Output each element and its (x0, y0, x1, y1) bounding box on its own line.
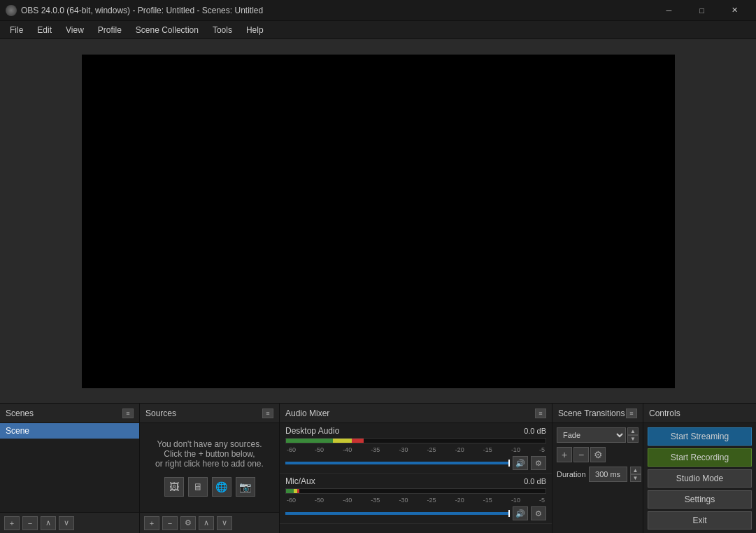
scenes-panel-header: Scenes ≡ (0, 404, 139, 423)
transition-spin-buttons: ▲ ▼ (627, 427, 639, 443)
desktop-audio-channel: Desktop Audio 0.0 dB -60 -50 -40 -35 -30… (280, 423, 552, 474)
menu-edit[interactable]: Edit (30, 22, 59, 38)
bottom-panels: Scenes ≡ Scene + − ∧ ∨ Sources ≡ You don… (0, 403, 756, 533)
sources-panel-title: Sources (145, 408, 176, 418)
display-source-icon: 🖥 (188, 477, 208, 497)
scene-transitions-title: Scene Transitions (558, 408, 625, 418)
mic-aux-db: 0.0 dB (524, 477, 546, 485)
sources-remove-button[interactable]: − (162, 516, 178, 530)
scenes-panel: Scenes ≡ Scene + − ∧ ∨ (0, 404, 140, 533)
scene-transitions-header: Scene Transitions ≡ (552, 404, 643, 423)
desktop-audio-scale: -60 -50 -40 -35 -30 -25 -20 -15 -10 -5 (285, 446, 546, 453)
scenes-panel-menu-icon[interactable]: ≡ (122, 408, 134, 418)
sources-panel-footer: + − ⚙ ∧ ∨ (140, 512, 279, 533)
transition-select-row: Fade Cut Swipe Slide Stinger Fade to Col… (557, 427, 639, 443)
sources-add-button[interactable]: + (144, 516, 159, 530)
mic-aux-channel: Mic/Aux 0.0 dB -60 -50 -40 -35 -30 -25 -… (280, 474, 552, 524)
sources-panel-header: Sources ≡ (140, 404, 279, 423)
studio-mode-button[interactable]: Studio Mode (648, 469, 752, 488)
desktop-audio-settings-button[interactable]: ⚙ (531, 456, 546, 470)
menu-scene-collection[interactable]: Scene Collection (129, 22, 206, 38)
desktop-audio-volume-slider[interactable] (285, 462, 510, 464)
mic-aux-meter (285, 488, 546, 494)
menu-file[interactable]: File (3, 22, 30, 38)
settings-button[interactable]: Settings (648, 490, 752, 509)
menu-tools[interactable]: Tools (206, 22, 239, 38)
preview-canvas (82, 55, 675, 388)
preview-container (0, 39, 756, 403)
sources-panel-menu-icon[interactable]: ≡ (262, 408, 273, 418)
mic-aux-volume-slider[interactable] (285, 512, 510, 515)
browser-source-icon: 🌐 (212, 477, 231, 497)
desktop-audio-meter-fill (286, 439, 364, 443)
transition-settings-button[interactable]: ⚙ (590, 447, 606, 462)
start-recording-button[interactable]: Start Recording (648, 448, 752, 467)
scenes-add-button[interactable]: + (4, 516, 20, 530)
duration-spin-up[interactable]: ▲ (630, 467, 641, 474)
duration-input[interactable] (589, 467, 627, 482)
scenes-panel-title: Scenes (6, 408, 34, 418)
transition-type-select[interactable]: Fade Cut Swipe Slide Stinger Fade to Col… (557, 427, 626, 443)
scenes-panel-footer: + − ∧ ∨ (0, 512, 139, 533)
duration-label: Duration (557, 470, 586, 478)
duration-row: Duration ▲ ▼ (557, 467, 639, 482)
menu-profile[interactable]: Profile (91, 22, 129, 38)
transitions-menu-icon[interactable]: ≡ (626, 408, 637, 418)
transition-spin-down[interactable]: ▼ (627, 435, 639, 443)
audio-mixer-content: Desktop Audio 0.0 dB -60 -50 -40 -35 -30… (280, 423, 552, 533)
controls-content: Start Streaming Start Recording Studio M… (643, 423, 756, 533)
app-icon (6, 5, 17, 16)
minimize-button[interactable]: ─ (653, 0, 685, 21)
scenes-panel-content: Scene (0, 423, 139, 512)
audio-mixer-header: Audio Mixer ≡ (280, 404, 552, 423)
window-controls: ─ □ ✕ (653, 0, 750, 21)
sources-move-up-button[interactable]: ∧ (199, 516, 214, 530)
controls-buttons: Start Streaming Start Recording Studio M… (643, 423, 756, 533)
desktop-audio-mute-button[interactable]: 🔊 (513, 456, 528, 470)
scenes-remove-button[interactable]: − (22, 516, 38, 530)
audio-mixer-menu-icon[interactable]: ≡ (535, 408, 546, 418)
desktop-audio-meter (285, 438, 546, 443)
start-streaming-button[interactable]: Start Streaming (648, 427, 752, 446)
desktop-audio-header: Desktop Audio 0.0 dB (285, 426, 546, 436)
mic-aux-mute-button[interactable]: 🔊 (513, 506, 528, 520)
scenes-move-down-button[interactable]: ∨ (59, 516, 74, 530)
scene-item[interactable]: Scene (0, 423, 139, 439)
mic-aux-controls: 🔊 ⚙ (285, 506, 546, 520)
scenes-move-up-button[interactable]: ∧ (41, 516, 56, 530)
image-source-icon: 🖼 (164, 477, 184, 497)
transition-remove-button[interactable]: − (573, 447, 589, 462)
sources-move-down-button[interactable]: ∨ (217, 516, 232, 530)
audio-mixer-panel: Audio Mixer ≡ Desktop Audio 0.0 dB -60 -… (280, 404, 552, 533)
controls-panel: Controls Start Streaming Start Recording… (643, 404, 756, 533)
transition-add-button[interactable]: + (557, 447, 572, 462)
sources-empty-text: You don't have any sources.Click the + b… (155, 439, 264, 469)
mic-aux-name: Mic/Aux (285, 476, 315, 486)
sources-panel: Sources ≡ You don't have any sources.Cli… (140, 404, 280, 533)
sources-empty-message: You don't have any sources.Click the + b… (140, 423, 279, 512)
transition-add-row: + − ⚙ (557, 447, 639, 462)
window-title: OBS 24.0.0 (64-bit, windows) - Profile: … (21, 6, 653, 15)
mic-aux-header: Mic/Aux 0.0 dB (285, 476, 546, 486)
sources-settings-button[interactable]: ⚙ (180, 516, 196, 530)
source-type-icons: 🖼 🖥 🌐 📷 (164, 477, 255, 497)
audio-mixer-title: Audio Mixer (285, 408, 329, 418)
transitions-content: Fade Cut Swipe Slide Stinger Fade to Col… (552, 423, 643, 533)
exit-button[interactable]: Exit (648, 511, 752, 530)
scene-transitions-panel: Scene Transitions ≡ Fade Cut Swipe Slide… (552, 404, 643, 533)
duration-spin-down[interactable]: ▼ (630, 474, 641, 482)
transition-spin-up[interactable]: ▲ (627, 427, 639, 435)
controls-panel-header: Controls (643, 404, 756, 423)
transitions-inner: Fade Cut Swipe Slide Stinger Fade to Col… (552, 423, 643, 533)
desktop-audio-controls: 🔊 ⚙ (285, 456, 546, 470)
close-button[interactable]: ✕ (719, 0, 750, 21)
desktop-audio-db: 0.0 dB (524, 427, 546, 435)
mic-aux-settings-button[interactable]: ⚙ (531, 506, 546, 520)
menu-help[interactable]: Help (239, 22, 271, 38)
controls-panel-title: Controls (649, 408, 680, 418)
desktop-audio-name: Desktop Audio (285, 426, 339, 436)
menu-view[interactable]: View (59, 22, 91, 38)
title-bar: OBS 24.0.0 (64-bit, windows) - Profile: … (0, 0, 756, 21)
mic-aux-scale: -60 -50 -40 -35 -30 -25 -20 -15 -10 -5 (285, 497, 546, 504)
maximize-button[interactable]: □ (686, 0, 718, 21)
